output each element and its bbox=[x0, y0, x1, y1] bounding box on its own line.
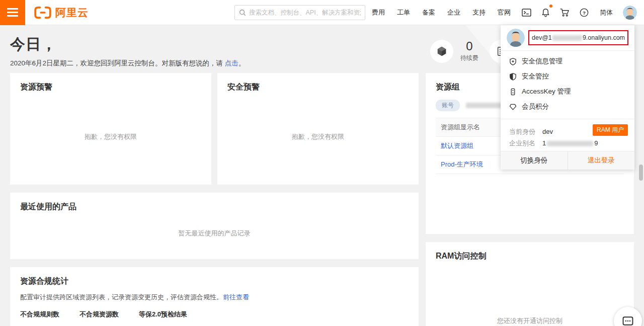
cube-stat-circle bbox=[430, 40, 453, 63]
global-search[interactable] bbox=[234, 5, 365, 20]
compliance-desc-text: 配置审计提供跨区域资源列表，记录资源变更历史，评估资源合规性。 bbox=[20, 293, 223, 301]
card-title: 最近使用的产品 bbox=[10, 193, 419, 212]
feedback-link[interactable]: 点击 bbox=[225, 59, 238, 67]
aliyun-console-page: 阿里云 费用 工单 备案 企业 支持 官网 bbox=[0, 0, 644, 326]
switch-identity-button[interactable]: 切换身份 bbox=[501, 151, 568, 170]
card-title: 资源合规统计 bbox=[10, 267, 419, 287]
aliyun-logo-text: 阿里云 bbox=[55, 6, 89, 20]
gem-tag-icon bbox=[509, 103, 517, 111]
avatar-icon bbox=[507, 29, 525, 47]
alias-suffix: 9 bbox=[594, 139, 598, 147]
shield-plus-icon bbox=[509, 58, 517, 65]
stat-label: 等保2.0预检结果 bbox=[139, 310, 187, 319]
greeting-block: 今日， 2020年6月2日星期二，欢迎您回到阿里云控制台。对新版有想说的，请 点… bbox=[10, 34, 245, 68]
greeting-text: 2020年6月2日星期二，欢迎您回到阿里云控制台。对新版有想说的，请 bbox=[10, 59, 225, 67]
identity-label: 当前身份 bbox=[509, 127, 542, 136]
top-header: 阿里云 费用 工单 备案 企业 支持 官网 bbox=[0, 0, 644, 25]
alias-label: 企业别名 bbox=[509, 139, 542, 148]
resource-group-link[interactable]: Prod-生产环境 bbox=[441, 160, 483, 168]
language-switcher[interactable]: 简体 bbox=[594, 8, 619, 17]
user-avatar[interactable] bbox=[623, 6, 637, 20]
logout-button[interactable]: 退出登录 bbox=[568, 151, 635, 170]
dropdown-menu-list: 安全信息管理 安全管控 AccessKey 管理 bbox=[501, 51, 634, 114]
identity-value: dev bbox=[542, 128, 553, 135]
bell-icon bbox=[541, 8, 550, 17]
dropdown-avatar bbox=[507, 29, 525, 47]
card-title: RAM访问控制 bbox=[426, 242, 634, 262]
aliyun-logo-icon bbox=[33, 6, 52, 19]
resource-alert-card: 资源预警 抱歉，您没有权限 bbox=[10, 73, 211, 185]
menu-item-security-info[interactable]: 安全信息管理 bbox=[501, 54, 634, 69]
menu-item-label: AccessKey 管理 bbox=[522, 87, 571, 96]
nav-enterprise[interactable]: 企业 bbox=[441, 8, 466, 17]
cloudshell-button[interactable] bbox=[517, 9, 536, 17]
renewal-quickstat[interactable]: 0 待续费 bbox=[430, 40, 478, 63]
help-button[interactable]: ? bbox=[575, 8, 594, 17]
cube-icon bbox=[436, 46, 447, 57]
empty-state-text: 抱歉，您没有权限 bbox=[10, 132, 211, 141]
card-title: 安全预警 bbox=[217, 73, 419, 93]
compliance-card: 资源合规统计 配置审计提供跨区域资源列表，记录资源变更历史，评估资源合规性。前往… bbox=[10, 267, 419, 326]
cart-button[interactable] bbox=[555, 8, 575, 17]
go-view-link[interactable]: 前往查看 bbox=[223, 293, 249, 301]
menu-item-label: 安全信息管理 bbox=[522, 57, 562, 66]
nav-billing[interactable]: 费用 bbox=[366, 8, 391, 17]
chat-dots-icon bbox=[622, 316, 633, 325]
alias-prefix: 1 bbox=[542, 139, 546, 147]
menu-item-accesskey[interactable]: AccessKey 管理 bbox=[501, 84, 634, 99]
page-title: 今日， bbox=[10, 34, 245, 55]
menu-item-security-control[interactable]: 安全管控 bbox=[501, 69, 634, 84]
top-nav: 费用 工单 备案 企业 支持 官网 bbox=[366, 0, 640, 25]
shield-half-icon bbox=[509, 73, 517, 80]
user-dropdown-menu: dev@19.onaliyun.com 安全信息管理 安全管控 bbox=[501, 25, 634, 170]
notification-dot bbox=[549, 5, 552, 8]
greeting-period: 。 bbox=[238, 59, 246, 67]
user-email-annotated: dev@19.onaliyun.com bbox=[528, 30, 628, 45]
nav-icp[interactable]: 备案 bbox=[416, 8, 441, 17]
stat-label: 不合规资源数 bbox=[79, 310, 139, 319]
accesskey-icon bbox=[509, 88, 517, 96]
dropdown-header: dev@19.onaliyun.com bbox=[501, 25, 634, 51]
avatar-icon bbox=[623, 6, 637, 20]
empty-state-text: 暂无最近使用的产品记录 bbox=[10, 229, 419, 238]
nav-website[interactable]: 官网 bbox=[492, 8, 517, 17]
hamburger-menu-button[interactable] bbox=[0, 0, 25, 25]
account-badge: 账号 bbox=[436, 100, 460, 111]
empty-state-text: 抱歉，您没有权限 bbox=[217, 132, 419, 141]
vertical-scrollbar[interactable] bbox=[639, 165, 643, 181]
renew-count: 0 bbox=[460, 40, 478, 53]
empty-state-text: 您还没有开通访问控制 bbox=[426, 316, 634, 325]
dropdown-footer: 切换身份 退出登录 bbox=[501, 151, 634, 170]
compliance-description: 配置审计提供跨区域资源列表，记录资源变更历史，评估资源合规性。前往查看 bbox=[20, 293, 409, 302]
menu-item-label: 安全管控 bbox=[522, 72, 549, 81]
aliyun-logo[interactable]: 阿里云 bbox=[33, 6, 89, 20]
nav-tickets[interactable]: 工单 bbox=[391, 8, 416, 17]
menu-item-member-points[interactable]: 会员积分 bbox=[501, 99, 634, 114]
redacted-alias-segment bbox=[547, 141, 593, 146]
nav-support[interactable]: 支持 bbox=[466, 8, 492, 17]
menu-item-label: 会员积分 bbox=[522, 102, 549, 111]
ram-user-badge: RAM 用户 bbox=[593, 124, 628, 136]
email-suffix: 9.onaliyun.com bbox=[583, 34, 625, 41]
identity-section: 当前身份 dev 企业别名 19 RAM 用户 bbox=[501, 119, 634, 149]
security-alert-card: 安全预警 抱歉，您没有权限 bbox=[217, 73, 419, 185]
stat-label: 不合规规则数 bbox=[20, 310, 79, 319]
compliance-stats: 不合规规则数 – 不合规资源数 – 等保2.0预检结果 开启等保检测 bbox=[20, 310, 409, 326]
renew-label: 待续费 bbox=[460, 54, 478, 62]
svg-text:?: ? bbox=[583, 10, 586, 16]
ram-access-card: RAM访问控制 您还没有开通访问控制 bbox=[426, 242, 634, 326]
email-prefix: dev@1 bbox=[532, 34, 552, 41]
search-input[interactable] bbox=[249, 9, 361, 16]
redacted-email-segment bbox=[552, 35, 582, 41]
resource-group-link[interactable]: 默认资源组 bbox=[441, 142, 473, 149]
notifications-button[interactable] bbox=[536, 8, 555, 17]
search-icon bbox=[239, 9, 246, 16]
cart-icon bbox=[560, 8, 570, 17]
card-title: 资源预警 bbox=[10, 73, 211, 93]
greeting-subtitle: 2020年6月2日星期二，欢迎您回到阿里云控制台。对新版有想说的，请 点击。 bbox=[10, 59, 245, 68]
recent-products-card: 最近使用的产品 暂无最近使用的产品记录 bbox=[10, 193, 419, 259]
alias-value: 19 bbox=[542, 139, 598, 147]
help-icon: ? bbox=[580, 8, 589, 17]
terminal-icon bbox=[522, 9, 531, 17]
